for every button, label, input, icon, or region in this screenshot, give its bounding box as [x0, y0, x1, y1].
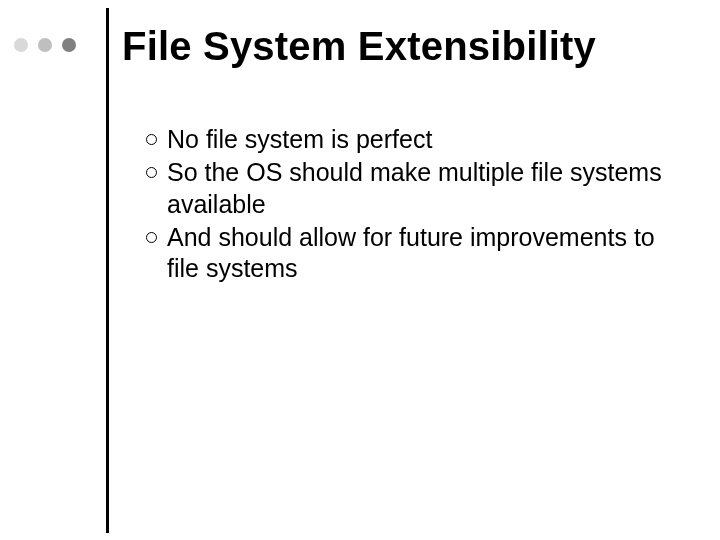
- list-item: And should allow for future improvements…: [146, 222, 666, 285]
- list-item: No file system is perfect: [146, 124, 666, 155]
- dot-icon: [38, 38, 52, 52]
- list-item-text: So the OS should make multiple file syst…: [167, 157, 666, 220]
- list-item-text: And should allow for future improvements…: [167, 222, 666, 285]
- decor-dots: [14, 38, 76, 52]
- bullet-icon: [146, 167, 157, 178]
- slide-title: File System Extensibility: [122, 24, 596, 69]
- dot-icon: [62, 38, 76, 52]
- bullet-icon: [146, 134, 157, 145]
- vertical-divider: [106, 8, 109, 533]
- slide: File System Extensibility No file system…: [0, 0, 720, 540]
- bullet-icon: [146, 232, 157, 243]
- list-item-text: No file system is perfect: [167, 124, 666, 155]
- bullet-list: No file system is perfect So the OS shou…: [146, 124, 666, 286]
- dot-icon: [14, 38, 28, 52]
- list-item: So the OS should make multiple file syst…: [146, 157, 666, 220]
